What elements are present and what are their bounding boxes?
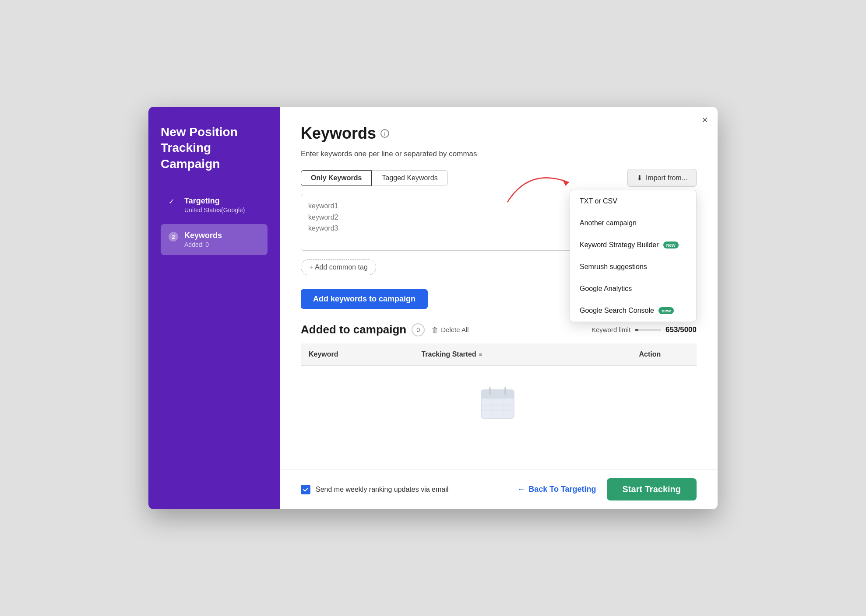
dropdown-item-semrush[interactable]: Semrush suggestions	[570, 256, 696, 278]
sidebar-targeting-sublabel: United States(Google)	[184, 206, 245, 214]
sidebar-item-keywords[interactable]: 2 Keywords Added: 0	[161, 224, 268, 255]
dropdown-item-search-console[interactable]: Google Search Console new	[570, 300, 696, 322]
keyword-limit-label: Keyword limit	[591, 326, 630, 333]
email-checkbox-row: Send me weekly ranking updates via email	[301, 485, 448, 494]
delete-all-label: Delete All	[441, 326, 468, 333]
limit-numbers: 653/5000	[665, 326, 697, 334]
trash-icon: 🗑	[432, 326, 438, 333]
add-common-tag-button[interactable]: + Add common tag	[301, 259, 376, 275]
keywords-table: Keyword Tracking Started ≡ Action	[301, 343, 697, 431]
dropdown-item-google-analytics[interactable]: Google Analytics	[570, 278, 696, 300]
email-checkbox[interactable]	[301, 485, 310, 494]
tab-tagged-keywords[interactable]: Tagged Keywords	[372, 170, 447, 186]
keyword-limit-fill	[635, 329, 638, 331]
checkmark-icon	[303, 486, 309, 493]
import-dropdown: TXT or CSV Another campaign Keyword Stra…	[570, 190, 697, 322]
added-title: Added to campaign	[301, 323, 406, 336]
add-keywords-button[interactable]: Add keywords to campaign	[301, 289, 428, 309]
start-tracking-button[interactable]: Start Tracking	[607, 478, 697, 500]
modal-overlay: New Position Tracking Campaign ✓ Targeti…	[148, 107, 718, 509]
subtitle: Enter keywords one per line or separated…	[301, 150, 697, 158]
close-button[interactable]: ×	[702, 115, 708, 125]
info-icon[interactable]: i	[380, 129, 389, 138]
arrow-left-icon: ←	[517, 485, 525, 494]
import-button[interactable]: ⬇ Import from...	[627, 169, 697, 187]
import-label: Import from...	[646, 174, 687, 182]
dropdown-search-console-label: Google Search Console	[580, 307, 654, 315]
empty-illustration	[301, 366, 697, 431]
sidebar: New Position Tracking Campaign ✓ Targeti…	[148, 107, 280, 509]
tab-only-keywords[interactable]: Only Keywords	[301, 170, 372, 186]
email-label: Send me weekly ranking updates via email	[316, 486, 448, 494]
added-count-badge: 0	[412, 323, 425, 336]
sidebar-keywords-content: Keywords Added: 0	[184, 231, 222, 248]
keyword-limit: Keyword limit 653/5000	[591, 326, 697, 334]
sidebar-keywords-sublabel: Added: 0	[184, 241, 222, 248]
keyword-limit-bar	[635, 329, 661, 331]
delete-all-button[interactable]: 🗑 Delete All	[432, 326, 468, 333]
sidebar-keywords-label: Keywords	[184, 231, 222, 240]
main-content: × Keywords i Enter keywords one per line…	[280, 107, 718, 509]
import-wrapper: ⬇ Import from... TXT or CSV Another camp…	[627, 169, 697, 187]
content-scroll: Keywords i Enter keywords one per line o…	[280, 107, 718, 469]
dropdown-item-keyword-strategy[interactable]: Keyword Strategy Builder new	[570, 234, 696, 256]
footer: Send me weekly ranking updates via email…	[280, 469, 718, 509]
col-action: Action	[603, 343, 697, 366]
added-section-header: Added to campaign 0 🗑 Delete All Keyword…	[301, 323, 697, 336]
dropdown-item-txt-csv[interactable]: TXT or CSV	[570, 190, 696, 212]
dropdown-keyword-strategy-label: Keyword Strategy Builder	[580, 241, 659, 249]
back-label: Back To Targeting	[528, 485, 596, 494]
check-icon: ✓	[169, 197, 178, 207]
empty-state-cell	[301, 366, 697, 432]
keyword-strategy-badge: new	[663, 242, 679, 248]
tabs-row: Only Keywords Tagged Keywords ⬇ Import f…	[301, 169, 697, 187]
sidebar-targeting-content: Targeting United States(Google)	[184, 196, 245, 214]
col-tracking-started: Tracking Started ≡	[413, 343, 603, 366]
calendar-svg	[477, 383, 521, 423]
sort-icon: ≡	[479, 351, 482, 357]
dropdown-txt-csv-label: TXT or CSV	[580, 197, 617, 205]
sidebar-item-targeting[interactable]: ✓ Targeting United States(Google)	[161, 189, 268, 220]
svg-rect-3	[481, 394, 514, 399]
search-console-badge: new	[658, 307, 674, 314]
back-to-targeting-button[interactable]: ← Back To Targeting	[517, 485, 596, 494]
sidebar-keywords-number: 2	[169, 232, 178, 242]
dropdown-google-analytics-label: Google Analytics	[580, 285, 632, 293]
sidebar-targeting-label: Targeting	[184, 196, 245, 206]
dropdown-another-campaign-label: Another campaign	[580, 219, 637, 227]
dropdown-item-another-campaign[interactable]: Another campaign	[570, 212, 696, 234]
dropdown-semrush-label: Semrush suggestions	[580, 263, 647, 271]
footer-actions: ← Back To Targeting Start Tracking	[517, 478, 697, 500]
sidebar-title: New Position Tracking Campaign	[161, 124, 268, 172]
col-keyword: Keyword	[301, 343, 413, 366]
import-icon: ⬇	[637, 174, 642, 182]
page-title: Keywords i	[301, 124, 697, 143]
